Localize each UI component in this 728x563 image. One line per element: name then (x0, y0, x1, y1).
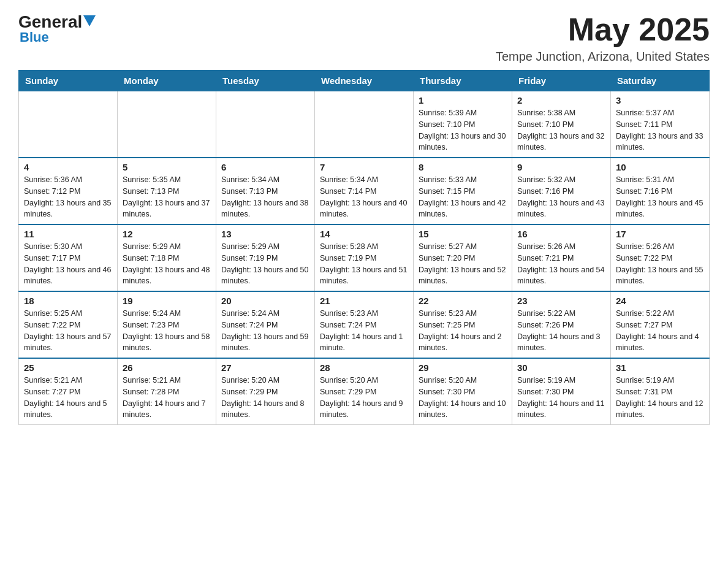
calendar-week-row: 18Sunrise: 5:25 AMSunset: 7:22 PMDayligh… (19, 291, 710, 358)
calendar-cell: 16Sunrise: 5:26 AMSunset: 7:21 PMDayligh… (512, 224, 611, 291)
title-area: May 2025 Tempe Junction, Arizona, United… (496, 12, 710, 64)
calendar-cell: 6Sunrise: 5:34 AMSunset: 7:13 PMDaylight… (216, 158, 315, 224)
day-number: 18 (24, 296, 112, 306)
day-of-week-header: Wednesday (315, 71, 414, 91)
day-number: 3 (616, 95, 704, 105)
day-info: Sunrise: 5:34 AMSunset: 7:14 PMDaylight:… (320, 174, 408, 220)
day-info: Sunrise: 5:20 AMSunset: 7:30 PMDaylight:… (419, 375, 507, 421)
day-info: Sunrise: 5:26 AMSunset: 7:22 PMDaylight:… (616, 241, 704, 287)
calendar-cell: 5Sunrise: 5:35 AMSunset: 7:13 PMDaylight… (118, 158, 216, 224)
day-number: 23 (517, 296, 605, 306)
calendar-cell: 18Sunrise: 5:25 AMSunset: 7:22 PMDayligh… (19, 291, 118, 358)
calendar-cell: 10Sunrise: 5:31 AMSunset: 7:16 PMDayligh… (611, 158, 710, 224)
day-number: 9 (517, 162, 605, 172)
day-number: 21 (320, 296, 408, 306)
page-header: General Blue May 2025 Tempe Junction, Ar… (18, 12, 710, 64)
day-info: Sunrise: 5:28 AMSunset: 7:19 PMDaylight:… (320, 241, 408, 287)
day-info: Sunrise: 5:35 AMSunset: 7:13 PMDaylight:… (123, 174, 211, 220)
calendar-cell: 8Sunrise: 5:33 AMSunset: 7:15 PMDaylight… (414, 158, 512, 224)
calendar-cell: 1Sunrise: 5:39 AMSunset: 7:10 PMDaylight… (414, 91, 512, 158)
day-number: 26 (123, 362, 211, 373)
calendar-table: SundayMondayTuesdayWednesdayThursdayFrid… (18, 70, 710, 425)
day-info: Sunrise: 5:22 AMSunset: 7:27 PMDaylight:… (616, 308, 704, 354)
day-of-week-header: Sunday (19, 71, 118, 91)
logo-triangle-icon (83, 15, 96, 28)
day-number: 27 (221, 362, 309, 373)
day-of-week-header: Saturday (611, 71, 710, 91)
calendar-cell: 2Sunrise: 5:38 AMSunset: 7:10 PMDaylight… (512, 91, 611, 158)
day-info: Sunrise: 5:24 AMSunset: 7:24 PMDaylight:… (221, 308, 309, 354)
calendar-header-row: SundayMondayTuesdayWednesdayThursdayFrid… (19, 71, 710, 91)
day-number: 12 (123, 229, 211, 239)
calendar-cell: 3Sunrise: 5:37 AMSunset: 7:11 PMDaylight… (611, 91, 710, 158)
day-number: 17 (616, 229, 704, 239)
logo: General Blue (18, 12, 96, 45)
calendar-cell: 20Sunrise: 5:24 AMSunset: 7:24 PMDayligh… (216, 291, 315, 358)
calendar-cell: 27Sunrise: 5:20 AMSunset: 7:29 PMDayligh… (216, 358, 315, 425)
day-info: Sunrise: 5:23 AMSunset: 7:25 PMDaylight:… (419, 308, 507, 354)
calendar-cell: 25Sunrise: 5:21 AMSunset: 7:27 PMDayligh… (19, 358, 118, 425)
calendar-week-row: 1Sunrise: 5:39 AMSunset: 7:10 PMDaylight… (19, 91, 710, 158)
day-number: 2 (517, 95, 605, 105)
day-number: 29 (419, 362, 507, 373)
logo-blue-text: Blue (20, 29, 49, 45)
calendar-cell: 17Sunrise: 5:26 AMSunset: 7:22 PMDayligh… (611, 224, 710, 291)
calendar-cell: 29Sunrise: 5:20 AMSunset: 7:30 PMDayligh… (414, 358, 512, 425)
day-number: 30 (517, 362, 605, 373)
day-info: Sunrise: 5:39 AMSunset: 7:10 PMDaylight:… (419, 107, 507, 153)
day-info: Sunrise: 5:21 AMSunset: 7:28 PMDaylight:… (123, 375, 211, 421)
day-number: 15 (419, 229, 507, 239)
day-info: Sunrise: 5:21 AMSunset: 7:27 PMDaylight:… (24, 375, 112, 421)
day-info: Sunrise: 5:22 AMSunset: 7:26 PMDaylight:… (517, 308, 605, 354)
day-number: 1 (419, 95, 507, 105)
calendar-cell: 12Sunrise: 5:29 AMSunset: 7:18 PMDayligh… (118, 224, 216, 291)
day-info: Sunrise: 5:37 AMSunset: 7:11 PMDaylight:… (616, 107, 704, 153)
calendar-cell: 14Sunrise: 5:28 AMSunset: 7:19 PMDayligh… (315, 224, 414, 291)
day-number: 25 (24, 362, 112, 373)
day-of-week-header: Tuesday (216, 71, 315, 91)
calendar-cell: 4Sunrise: 5:36 AMSunset: 7:12 PMDaylight… (19, 158, 118, 224)
calendar-cell: 11Sunrise: 5:30 AMSunset: 7:17 PMDayligh… (19, 224, 118, 291)
calendar-cell (19, 91, 118, 158)
day-number: 31 (616, 362, 704, 373)
svg-marker-0 (83, 15, 96, 26)
day-number: 22 (419, 296, 507, 306)
day-info: Sunrise: 5:34 AMSunset: 7:13 PMDaylight:… (221, 174, 309, 220)
day-number: 13 (221, 229, 309, 239)
day-info: Sunrise: 5:29 AMSunset: 7:18 PMDaylight:… (123, 241, 211, 287)
day-info: Sunrise: 5:19 AMSunset: 7:31 PMDaylight:… (616, 375, 704, 421)
day-of-week-header: Friday (512, 71, 611, 91)
calendar-cell: 31Sunrise: 5:19 AMSunset: 7:31 PMDayligh… (611, 358, 710, 425)
day-of-week-header: Monday (118, 71, 216, 91)
calendar-cell (216, 91, 315, 158)
day-info: Sunrise: 5:25 AMSunset: 7:22 PMDaylight:… (24, 308, 112, 354)
day-info: Sunrise: 5:36 AMSunset: 7:12 PMDaylight:… (24, 174, 112, 220)
day-number: 5 (123, 162, 211, 172)
calendar-cell: 15Sunrise: 5:27 AMSunset: 7:20 PMDayligh… (414, 224, 512, 291)
day-info: Sunrise: 5:38 AMSunset: 7:10 PMDaylight:… (517, 107, 605, 153)
month-title: May 2025 (496, 12, 710, 47)
day-number: 7 (320, 162, 408, 172)
day-of-week-header: Thursday (414, 71, 512, 91)
calendar-week-row: 4Sunrise: 5:36 AMSunset: 7:12 PMDaylight… (19, 158, 710, 224)
calendar-cell: 7Sunrise: 5:34 AMSunset: 7:14 PMDaylight… (315, 158, 414, 224)
day-number: 19 (123, 296, 211, 306)
day-number: 4 (24, 162, 112, 172)
calendar-cell: 30Sunrise: 5:19 AMSunset: 7:30 PMDayligh… (512, 358, 611, 425)
day-info: Sunrise: 5:33 AMSunset: 7:15 PMDaylight:… (419, 174, 507, 220)
calendar-week-row: 25Sunrise: 5:21 AMSunset: 7:27 PMDayligh… (19, 358, 710, 425)
day-number: 10 (616, 162, 704, 172)
calendar-cell: 28Sunrise: 5:20 AMSunset: 7:29 PMDayligh… (315, 358, 414, 425)
day-info: Sunrise: 5:30 AMSunset: 7:17 PMDaylight:… (24, 241, 112, 287)
calendar-cell (118, 91, 216, 158)
day-info: Sunrise: 5:20 AMSunset: 7:29 PMDaylight:… (221, 375, 309, 421)
day-number: 8 (419, 162, 507, 172)
day-number: 28 (320, 362, 408, 373)
day-info: Sunrise: 5:26 AMSunset: 7:21 PMDaylight:… (517, 241, 605, 287)
day-number: 16 (517, 229, 605, 239)
location-title: Tempe Junction, Arizona, United States (496, 50, 710, 64)
calendar-week-row: 11Sunrise: 5:30 AMSunset: 7:17 PMDayligh… (19, 224, 710, 291)
calendar-cell: 21Sunrise: 5:23 AMSunset: 7:24 PMDayligh… (315, 291, 414, 358)
calendar-cell: 24Sunrise: 5:22 AMSunset: 7:27 PMDayligh… (611, 291, 710, 358)
calendar-cell: 23Sunrise: 5:22 AMSunset: 7:26 PMDayligh… (512, 291, 611, 358)
